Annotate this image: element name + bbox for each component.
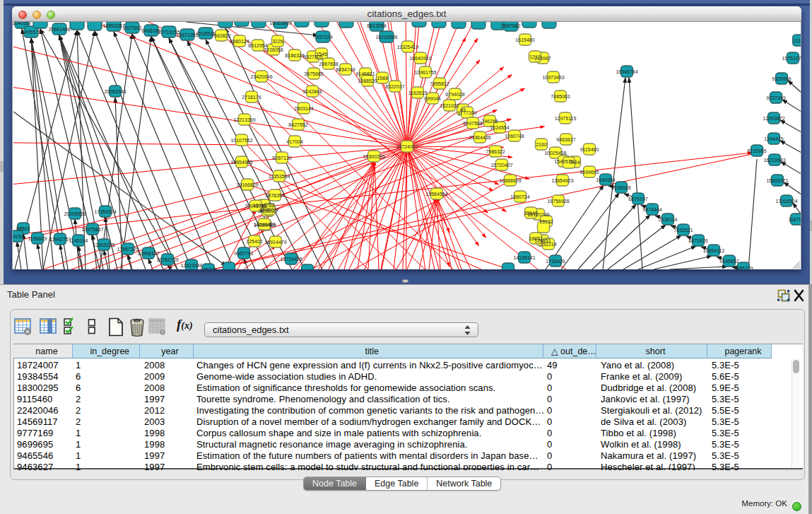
svg-text:1244415: 1244415 <box>764 136 783 141</box>
svg-text:19756928: 19756928 <box>547 199 569 204</box>
svg-text:18640910: 18640910 <box>409 56 431 61</box>
svg-text:2160: 2160 <box>536 142 547 147</box>
svg-text:9115460: 9115460 <box>580 147 599 152</box>
svg-text:9777169: 9777169 <box>457 110 476 115</box>
svg-text:9245652: 9245652 <box>719 259 739 264</box>
svg-text:19975867: 19975867 <box>81 227 103 232</box>
svg-text:9699695: 9699695 <box>579 170 599 175</box>
svg-text:746266: 746266 <box>481 119 498 124</box>
svg-text:7955812: 7955812 <box>430 81 449 86</box>
svg-text:9464: 9464 <box>569 160 580 165</box>
svg-text:16782759: 16782759 <box>156 257 178 262</box>
svg-text:17957225: 17957225 <box>117 247 139 252</box>
svg-text:7485063: 7485063 <box>551 94 570 99</box>
svg-text:12093872: 12093872 <box>763 116 784 121</box>
svg-text:9474444: 9474444 <box>642 207 661 212</box>
svg-text:13716485: 13716485 <box>280 257 302 262</box>
svg-text:1546: 1546 <box>316 52 327 57</box>
svg-text:3226: 3226 <box>272 39 283 44</box>
svg-text:899044: 899044 <box>424 96 440 101</box>
svg-text:18300295: 18300295 <box>363 154 384 159</box>
svg-text:10025438: 10025438 <box>544 151 566 156</box>
svg-text:1615480: 1615480 <box>515 37 534 42</box>
svg-text:10958107: 10958107 <box>137 251 159 256</box>
svg-text:8215955: 8215955 <box>747 148 766 153</box>
svg-text:10654112: 10654112 <box>703 248 725 253</box>
svg-text:945779: 945779 <box>200 267 216 270</box>
svg-text:125402: 125402 <box>246 239 262 244</box>
svg-text:7663822: 7663822 <box>211 33 230 38</box>
svg-text:1588520: 1588520 <box>358 78 377 83</box>
svg-text:1527602: 1527602 <box>122 25 141 30</box>
svg-text:16671355: 16671355 <box>176 33 198 37</box>
svg-text:16648784: 16648784 <box>616 69 637 74</box>
svg-text:9227349: 9227349 <box>766 95 785 100</box>
svg-text:12923448: 12923448 <box>180 263 202 268</box>
svg-text:3498222: 3498222 <box>259 207 278 212</box>
svg-text:1060748: 1060748 <box>505 134 524 139</box>
svg-text:3875685: 3875685 <box>304 71 323 76</box>
svg-text:15132: 15132 <box>539 219 553 224</box>
svg-text:19584554: 19584554 <box>425 192 447 197</box>
svg-text:15692971: 15692971 <box>766 178 788 183</box>
svg-text:9463627: 9463627 <box>556 137 575 142</box>
svg-text:8813054: 8813054 <box>367 23 386 28</box>
svg-text:8471676: 8471676 <box>688 238 707 243</box>
svg-text:19218506: 19218506 <box>375 35 397 40</box>
svg-text:1112: 1112 <box>794 38 801 43</box>
svg-text:10961755: 10961755 <box>414 70 436 75</box>
svg-text:10973493: 10973493 <box>542 75 564 80</box>
svg-text:20053346: 20053346 <box>104 89 126 94</box>
svg-text:12213369: 12213369 <box>233 117 255 122</box>
svg-text:16210643: 16210643 <box>763 158 785 163</box>
svg-text:1145194: 1145194 <box>69 238 88 243</box>
svg-text:20364436: 20364436 <box>469 135 490 140</box>
svg-text:19166829: 19166829 <box>236 182 258 187</box>
svg-text:8427552: 8427552 <box>288 122 307 127</box>
svg-text:16053809: 16053809 <box>269 22 291 25</box>
svg-text:10653287: 10653287 <box>102 23 124 28</box>
svg-text:9329966: 9329966 <box>772 76 791 81</box>
svg-text:1212: 1212 <box>529 54 541 59</box>
svg-text:17359924: 17359924 <box>94 209 116 214</box>
svg-text:1162615: 1162615 <box>408 90 428 95</box>
svg-text:2718176: 2718176 <box>242 95 261 100</box>
svg-text:1405571: 1405571 <box>21 30 40 35</box>
svg-text:88501: 88501 <box>16 226 30 231</box>
svg-text:8938928: 8938928 <box>611 185 630 190</box>
svg-text:16914479: 16914479 <box>264 240 286 245</box>
svg-text:2867608: 2867608 <box>319 62 338 66</box>
svg-text:116753: 116753 <box>789 217 801 222</box>
svg-text:17016504: 17016504 <box>775 199 797 204</box>
svg-text:8322037: 8322037 <box>385 84 404 89</box>
svg-text:11353594: 11353594 <box>269 174 290 179</box>
svg-text:10688609: 10688609 <box>499 178 521 183</box>
svg-text:9242848: 9242848 <box>302 89 322 94</box>
svg-text:1621022: 1621022 <box>440 103 459 108</box>
svg-text:6879197: 6879197 <box>628 197 647 201</box>
svg-text:9146821: 9146821 <box>355 71 375 76</box>
svg-text:1880724: 1880724 <box>510 194 529 199</box>
svg-text:12505185: 12505185 <box>93 243 114 247</box>
svg-text:3226058: 3226058 <box>264 47 283 52</box>
svg-text:2803144: 2803144 <box>294 106 313 111</box>
svg-text:12942757: 12942757 <box>49 237 71 242</box>
svg-text:12975115: 12975115 <box>555 116 577 121</box>
svg-text:7357224: 7357224 <box>313 35 332 40</box>
svg-text:8267130: 8267130 <box>272 156 291 160</box>
svg-text:252214: 252214 <box>540 242 556 247</box>
svg-text:2040557: 2040557 <box>13 22 32 25</box>
svg-text:10107552: 10107552 <box>230 138 252 143</box>
svg-text:15720407: 15720407 <box>490 163 512 168</box>
svg-text:1588: 1588 <box>377 76 388 81</box>
svg-text:8660124: 8660124 <box>230 39 249 44</box>
svg-text:1640954: 1640954 <box>596 177 615 182</box>
svg-text:1156829: 1156829 <box>28 236 47 241</box>
svg-text:20206556: 20206556 <box>64 211 86 216</box>
svg-text:18724007: 18724007 <box>396 144 418 149</box>
svg-text:20691406: 20691406 <box>48 27 70 32</box>
svg-text:2687682: 2687682 <box>501 23 520 28</box>
svg-text:13654923: 13654923 <box>551 178 573 183</box>
svg-text:3878354: 3878354 <box>265 193 284 198</box>
svg-text:7986322: 7986322 <box>486 149 505 154</box>
